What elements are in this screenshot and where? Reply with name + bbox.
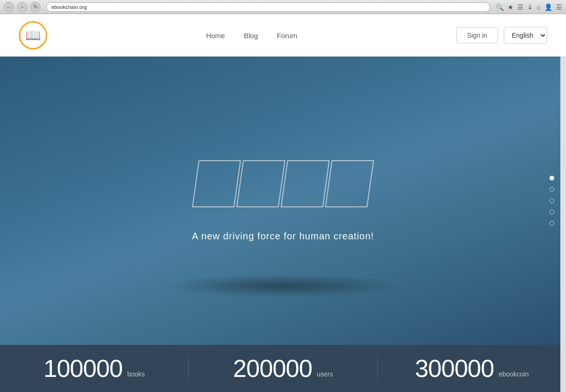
nav-blog[interactable]: Blog [244, 32, 258, 40]
stat-ebookcoin-number: 300000 [415, 354, 494, 383]
logo-container[interactable]: 📖 [19, 21, 47, 49]
hero-section: B O O K A new driving force for human cr… [0, 57, 566, 345]
back-button[interactable]: ← [4, 2, 14, 12]
hero-letter-o1: O [236, 160, 285, 207]
dot-2[interactable] [549, 187, 554, 192]
nav-forum[interactable]: Forum [277, 32, 297, 40]
stats-bar: 100000 books 200000 users 300000 EBOOKCO… [0, 345, 566, 392]
menu-icon[interactable]: ☰ [556, 3, 562, 11]
hero-reflection [165, 274, 401, 298]
browser-chrome: ← → ↻ ebookchain.org 🔍 ★ ☰ ⇓ ⌂ 👤 ☰ [0, 0, 566, 14]
stat-users-number: 200000 [233, 354, 312, 383]
logo-book-icon: 📖 [25, 28, 41, 43]
address-text: ebookchain.org [51, 4, 87, 10]
stat-ebookcoin: 300000 EBOOKCOIN [378, 354, 566, 383]
home-icon[interactable]: ⌂ [537, 3, 541, 11]
stat-books: 100000 books [0, 354, 189, 383]
logo-circle: 📖 [19, 21, 47, 49]
nav-right: Sign in English 中文 [456, 27, 547, 44]
download-icon[interactable]: ⇓ [527, 3, 533, 11]
browser-controls: ← → ↻ ebookchain.org 🔍 ★ ☰ ⇓ ⌂ 👤 ☰ [4, 2, 562, 12]
browser-actions: 🔍 ★ ☰ ⇓ ⌂ 👤 ☰ [496, 3, 562, 11]
dot-4[interactable] [549, 210, 554, 214]
forward-button[interactable]: → [17, 2, 27, 12]
reload-button[interactable]: ↻ [30, 2, 41, 12]
stat-users-label: users [317, 370, 333, 378]
dot-3[interactable] [549, 198, 554, 203]
hero-logo-letters: B O O K [195, 160, 371, 207]
nav-links: Home Blog Forum [206, 32, 297, 40]
reader-icon[interactable]: ☰ [517, 3, 524, 11]
stat-books-number: 100000 [43, 354, 123, 383]
nav-home[interactable]: Home [206, 32, 225, 40]
bookmark-icon[interactable]: ★ [508, 3, 514, 11]
stat-users: 200000 users [189, 354, 377, 383]
language-select[interactable]: English 中文 [504, 27, 547, 44]
dot-5[interactable] [549, 221, 554, 226]
user-icon[interactable]: 👤 [544, 3, 552, 11]
signin-button[interactable]: Sign in [456, 27, 498, 43]
side-dots [549, 176, 554, 226]
hero-subtitle: A new driving force for human creation! [192, 231, 374, 242]
search-icon[interactable]: 🔍 [496, 3, 504, 11]
hero-letter-b: B [192, 160, 241, 207]
stat-ebookcoin-label: EBOOKCOIN [499, 370, 529, 378]
hero-letter-o2: O [281, 160, 330, 207]
stat-books-label: books [127, 370, 145, 378]
address-bar[interactable]: ebookchain.org [46, 2, 490, 12]
hero-letter-k: K [325, 160, 374, 207]
scrollbar[interactable] [560, 14, 566, 392]
dot-1[interactable] [549, 176, 554, 180]
navbar: 📖 Home Blog Forum Sign in English 中文 [0, 14, 566, 57]
